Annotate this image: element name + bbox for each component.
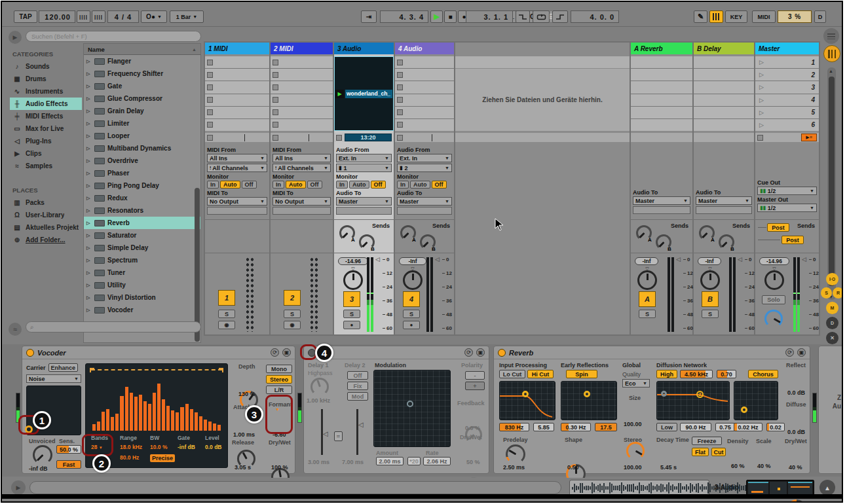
nudge-down-button[interactable]: |||| [77,10,90,23]
hot-swap-icon[interactable]: ⟳ [464,348,473,357]
stop-square[interactable] [757,135,763,141]
track-activator[interactable]: 1 [218,290,235,306]
track-header[interactable]: 1 MIDI [205,43,269,54]
clip-stop-button[interactable] [207,109,213,115]
expand-chevron-icon[interactable]: ▷ [86,158,92,164]
clip-slot[interactable] [694,56,754,68]
low-shelf-button[interactable]: Low [656,423,677,431]
clip-slot[interactable] [694,107,754,118]
clip-slot[interactable] [205,119,269,131]
expand-chevron-icon[interactable]: ▷ [86,258,92,263]
pan-knob-wrap[interactable]: ▽ [403,267,423,290]
rate-field[interactable]: 2.06 Hz [423,457,451,465]
filter-handle[interactable] [522,391,529,397]
pan-knob[interactable] [343,270,363,290]
device-list-item[interactable]: ▷Limiter [84,117,200,130]
midi-from-select[interactable]: All Ins▼ [207,154,267,162]
enhance-button[interactable]: Enhance [48,363,79,372]
io-sub-select[interactable] [207,207,267,215]
solo-button[interactable]: S [284,310,301,318]
punch-in-button[interactable] [516,10,530,23]
device-list-item[interactable]: ▷Spectrum [84,254,200,266]
gate-value[interactable]: -inf dB [178,444,205,450]
bw-value[interactable]: 10.0 % [150,444,178,450]
audio-to-select[interactable]: Master▼ [336,197,392,206]
clip-stop-button[interactable] [273,60,278,65]
spin-amount-field[interactable]: 17.5 [595,423,617,431]
send-b-post-button[interactable]: Post [781,236,804,244]
clip-stop-button[interactable] [273,72,278,78]
track-header[interactable]: 4 Audio [395,43,454,54]
track-activator[interactable]: 3 [343,291,360,307]
spin-rate-field[interactable]: 0.30 Hz [561,423,591,431]
clip-stop-button[interactable] [397,97,403,103]
clip-stop-button[interactable] [273,109,278,115]
sidebar-item-samples[interactable]: ≈Samples [10,160,82,172]
track-header[interactable]: 2 MIDI [271,43,333,54]
scrollbar-thumb[interactable] [829,77,835,286]
clip-slot[interactable] [271,81,333,93]
chorus-amount-field[interactable]: 0.02 [766,423,785,431]
sens-field[interactable]: 50.0 % [56,445,81,454]
clip-slot[interactable] [694,81,754,93]
expand-chevron-icon[interactable]: ▷ [86,84,92,89]
device-list-item[interactable]: ▷Glue Compressor [84,92,200,105]
clip-slot[interactable] [694,94,754,106]
io-sub-select[interactable] [273,207,331,215]
expand-chevron-icon[interactable]: ▷ [86,183,92,189]
master-solo-button[interactable]: Solo [762,295,785,304]
session-scrollbar[interactable]: ▲ ▼ [827,67,836,300]
track-activator[interactable]: 2 [284,290,301,306]
cue-out-select[interactable]: ▮▮1/2▼ [757,187,817,195]
expand-chevron-icon[interactable]: ▷ [86,270,92,276]
place-item-packs[interactable]: ▥Packs [10,196,82,209]
midi-to-select[interactable]: No Output▼ [273,197,331,206]
audio-from-select[interactable]: Ext. In▼ [336,154,392,162]
clip-slot[interactable] [205,56,269,68]
monitor-in-button[interactable]: In [336,181,348,189]
device-drop-area-partial[interactable]: Z Au [818,346,843,474]
polarity-minus-button[interactable]: - [465,371,485,380]
sidebar-item-clips[interactable]: ▶Clips [10,147,82,160]
spin-handle[interactable] [584,391,590,397]
sidebar-item-plug-ins[interactable]: ◁Plug-Ins [10,135,82,147]
device-list-item[interactable]: ▷Gate [84,80,200,92]
spin-button[interactable]: Spin [566,370,597,378]
device-list-item[interactable]: ▷Utility [84,279,200,291]
freeze-button[interactable]: Freeze [692,437,722,445]
clip-slot[interactable] [205,107,269,118]
clip-slot[interactable] [631,56,692,68]
stop-square[interactable] [207,135,213,141]
clip-slot[interactable] [205,69,269,81]
flat-button[interactable]: Flat [692,448,709,456]
expand-chevron-icon[interactable]: ▷ [86,221,92,226]
delay2-fix-button[interactable]: Fix [347,382,368,390]
loop-length-field[interactable]: 4. 0. 0 [571,10,619,23]
scene-play-icon[interactable]: ▷ [759,84,764,90]
scene-play-icon[interactable]: ▷ [759,59,764,65]
expand-chevron-icon[interactable]: ▷ [86,59,92,64]
device-list-item[interactable]: ▷Redux [84,192,200,204]
pan-knob[interactable] [764,270,784,290]
clip-slot[interactable] [395,69,454,81]
track-header[interactable]: A Reverb [631,43,692,54]
device-list-item[interactable]: ▷Looper [84,130,200,142]
clip-slot[interactable] [205,94,269,106]
overview-menu-icon[interactable] [823,28,839,44]
dn-high-handle[interactable]: 2 [696,391,704,398]
clip-stop-button[interactable] [207,60,213,65]
track-header[interactable]: Master [755,43,819,54]
master-out-select[interactable]: ▮▮1/2▼ [757,204,817,212]
clip-stop-button[interactable] [397,60,403,65]
low-freq-field[interactable]: 90.0 Hz [680,423,711,431]
clip-stop-button[interactable] [273,97,278,103]
midi-channel-select[interactable]: ⁞All Channels▼ [273,164,331,172]
browser-scrollbar[interactable] [195,188,200,342]
monitor-auto-button[interactable]: Auto [349,181,369,189]
range-selector-line[interactable] [91,369,222,370]
modulation-xy-handle[interactable] [407,401,413,407]
scene-slot[interactable]: ▷1 [755,56,819,68]
midi-channel-select[interactable]: ⁞All Channels▼ [207,164,267,172]
polarity-plus-button[interactable]: + [465,382,485,390]
punch-out-button[interactable] [552,10,568,23]
